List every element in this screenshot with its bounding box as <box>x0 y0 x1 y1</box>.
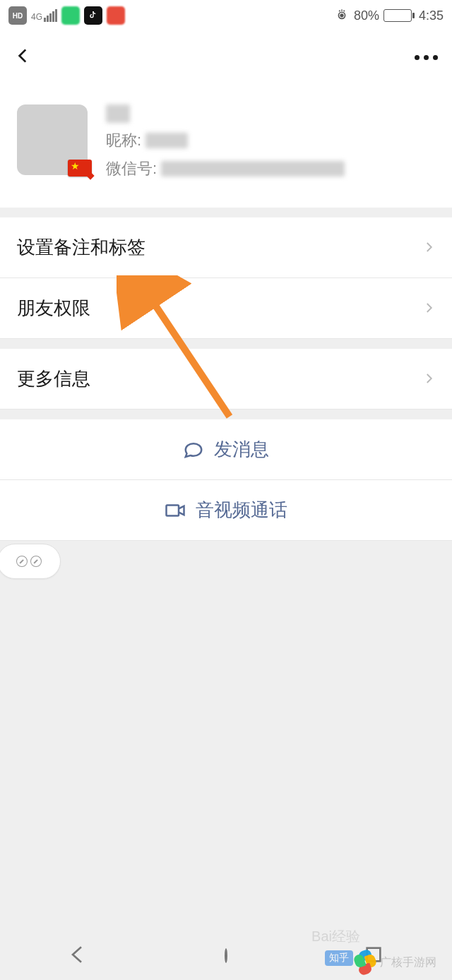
profile-name-redacted <box>106 104 130 123</box>
video-call-button[interactable]: 音视频通话 <box>0 480 452 541</box>
hd-icon: HD <box>8 6 27 25</box>
status-bar: HD 4G 80% 4:35 <box>0 0 452 31</box>
nav-bar <box>0 31 452 83</box>
eye-icon <box>334 6 350 25</box>
status-left: HD 4G <box>8 6 125 25</box>
send-message-button[interactable]: 发消息 <box>0 419 452 480</box>
status-right: 80% 4:35 <box>334 6 444 25</box>
chevron-right-icon <box>422 297 435 319</box>
chevron-right-icon <box>422 368 435 390</box>
petal-logo-icon <box>353 950 377 974</box>
svg-point-1 <box>340 14 343 17</box>
link-icon <box>14 554 30 570</box>
floating-link-badge[interactable] <box>0 544 61 579</box>
profile-info: 昵称: 微信号: <box>106 104 435 179</box>
avatar[interactable] <box>17 104 88 175</box>
watermark-baidu: Bai经验 <box>311 927 360 946</box>
tiktok-icon <box>84 6 102 25</box>
app-icon-green <box>61 6 80 25</box>
menu-label: 朋友权限 <box>17 296 90 321</box>
nav-home-icon[interactable] <box>225 950 227 962</box>
network-label: 4G <box>31 12 42 22</box>
back-button[interactable] <box>14 47 32 68</box>
wechat-id-label: 微信号: <box>106 158 157 179</box>
battery-percent: 80% <box>354 8 379 23</box>
menu-more-info[interactable]: 更多信息 <box>0 349 452 410</box>
more-button[interactable] <box>415 55 438 60</box>
battery-icon <box>383 9 415 22</box>
watermark-logo: 广核手游网 <box>353 950 436 974</box>
watermark-logo-text: 广核手游网 <box>380 955 436 970</box>
clock: 4:35 <box>419 8 444 23</box>
wechat-id-line: 微信号: <box>106 158 435 179</box>
menu-friend-permission[interactable]: 朋友权限 <box>0 278 452 339</box>
nickname-line: 昵称: <box>106 130 435 151</box>
menu-label: 设置备注和标签 <box>17 235 145 260</box>
china-flag-icon <box>68 160 92 177</box>
chat-icon <box>183 439 204 460</box>
wechat-id-redacted <box>161 161 345 177</box>
app-icon-red <box>107 6 125 25</box>
action-label: 发消息 <box>214 437 269 462</box>
menu-label: 更多信息 <box>17 366 90 391</box>
signal-bars-icon <box>44 9 57 22</box>
action-label: 音视频通话 <box>196 498 287 522</box>
chevron-right-icon <box>422 237 435 258</box>
nav-back-icon[interactable] <box>67 943 90 969</box>
profile-section: 昵称: 微信号: <box>0 83 452 208</box>
nickname-label: 昵称: <box>106 130 141 151</box>
nickname-redacted <box>145 133 188 148</box>
video-icon <box>165 500 186 521</box>
watermark-zhihu: 知乎 <box>325 950 353 966</box>
link-icon <box>28 554 44 570</box>
svg-rect-2 <box>167 505 179 515</box>
network-indicator: 4G <box>31 9 57 22</box>
menu-remark-tags[interactable]: 设置备注和标签 <box>0 217 452 278</box>
